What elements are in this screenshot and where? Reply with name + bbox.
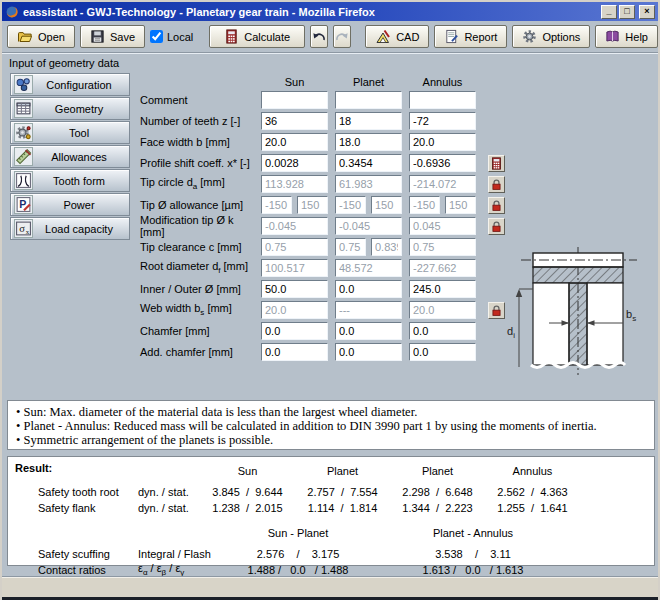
results-gear-headers: Sun Planet Planet Annulus xyxy=(8,463,654,479)
save-button[interactable]: Save xyxy=(80,25,145,48)
chamfer-annulus-input[interactable] xyxy=(409,322,476,340)
teeth-annulus-input[interactable] xyxy=(409,112,476,130)
row-tip-circle: Tip circle da [mm] xyxy=(140,175,505,193)
tip-clearance-planet-1-field xyxy=(335,238,366,256)
teeth-planet-input[interactable] xyxy=(335,112,402,130)
modification-lock-button[interactable] xyxy=(488,218,505,235)
face-width-sun-input[interactable] xyxy=(261,133,328,151)
row-profile-shift: Profile shift coeff. x* [-] xyxy=(140,154,505,172)
sidebar-item-tool[interactable]: Tool xyxy=(10,121,130,144)
calculate-button[interactable]: Calculate xyxy=(209,25,305,48)
sidebar-item-configuration[interactable]: Configuration xyxy=(10,73,130,96)
tip-circle-sun-field xyxy=(261,175,328,193)
inner-outer-planet-input[interactable] xyxy=(335,280,402,298)
modification-annulus-field xyxy=(409,217,476,235)
add-chamfer-annulus-input[interactable] xyxy=(409,343,476,361)
comment-sun-input[interactable] xyxy=(261,91,328,109)
comment-planet-input[interactable] xyxy=(335,91,402,109)
tip-allowance-lock-button[interactable] xyxy=(488,197,505,214)
row-comment: Comment xyxy=(140,91,505,109)
modification-planet-field xyxy=(335,217,402,235)
results-row-tooth-root: Safety tooth root dyn. / stat. 3.845 / 9… xyxy=(8,484,654,500)
maximize-button[interactable]: □ xyxy=(619,5,635,19)
sidebar-item-tooth-form[interactable]: Tooth form xyxy=(10,169,130,192)
cad-button[interactable]: CAD xyxy=(365,25,429,48)
add-chamfer-sun-input[interactable] xyxy=(261,343,328,361)
close-button[interactable]: × xyxy=(639,5,655,19)
tip-clearance-planet-2-field xyxy=(371,238,402,256)
profile-shift-annulus-input[interactable] xyxy=(409,154,476,172)
column-header-sun: Sun xyxy=(261,76,328,89)
sidebar-item-label: Allowances xyxy=(33,151,125,163)
cad-icon xyxy=(375,29,391,45)
floppy-icon xyxy=(90,29,105,44)
message-item: Planet - Annulus: Reduced mass will be c… xyxy=(16,419,646,433)
root-diameter-planet-field xyxy=(335,259,402,277)
row-add-chamfer: Add. chamfer [mm] xyxy=(140,343,505,361)
help-button[interactable]: Help xyxy=(595,25,658,48)
report-icon xyxy=(444,29,459,44)
results-panel: Result: Sun Planet Planet Annulus Safety… xyxy=(7,456,655,566)
report-button[interactable]: Report xyxy=(434,25,507,48)
sidebar-item-allowances[interactable]: Allowances xyxy=(10,145,130,168)
sidebar-item-load-capacity[interactable]: σ x Load capacity xyxy=(10,217,130,240)
profile-shift-planet-input[interactable] xyxy=(335,154,402,172)
open-button[interactable]: Open xyxy=(7,25,75,48)
sidebar-item-label: Geometry xyxy=(33,103,125,115)
modification-sun-field xyxy=(261,217,328,235)
messages-panel: Sun: Max. diameter of the material data … xyxy=(7,400,655,450)
tip-circle-lock-button[interactable] xyxy=(488,176,505,193)
inner-outer-annulus-input[interactable] xyxy=(409,280,476,298)
row-tip-allowance: Tip Ø allowance [µm] xyxy=(140,196,505,214)
face-width-annulus-input[interactable] xyxy=(409,133,476,151)
profile-shift-sun-input[interactable] xyxy=(261,154,328,172)
undo-icon xyxy=(311,30,327,44)
chamfer-sun-input[interactable] xyxy=(261,322,328,340)
web-width-lock-button[interactable] xyxy=(488,302,505,319)
chamfer-planet-input[interactable] xyxy=(335,322,402,340)
row-number-of-teeth: Number of teeth z [-] xyxy=(140,112,505,130)
profile-shift-calculator-button[interactable] xyxy=(488,155,505,172)
column-header-annulus: Annulus xyxy=(409,76,476,89)
web-width-sun-field xyxy=(261,301,328,319)
row-tip-clearance: Tip clearance c [mm] xyxy=(140,238,505,256)
minimize-button[interactable]: _ xyxy=(601,5,617,19)
root-diameter-sun-field xyxy=(261,259,328,277)
undo-button[interactable] xyxy=(310,25,328,48)
teeth-sun-input[interactable] xyxy=(261,112,328,130)
sidebar-item-power[interactable]: P Power xyxy=(10,193,130,216)
message-item: Sun: Max. diameter of the material data … xyxy=(16,405,646,419)
grid-icon xyxy=(14,99,33,118)
row-face-width: Face width b [mm] xyxy=(140,133,505,151)
sidebar-item-geometry[interactable]: Geometry xyxy=(10,97,130,120)
tip-clearance-annulus-field xyxy=(409,238,476,256)
redo-icon xyxy=(334,30,350,44)
redo-button[interactable] xyxy=(333,25,351,48)
root-diameter-annulus-field xyxy=(409,259,476,277)
geometry-form: Sun Planet Annulus Comment Number of tee… xyxy=(140,76,505,364)
face-width-planet-input[interactable] xyxy=(335,133,402,151)
tip-allowance-annulus-max-field xyxy=(445,196,476,214)
results-row-contact-ratios: Contact ratios εα / εβ / εγ 1.488 / 0.0 … xyxy=(8,562,654,578)
inner-outer-sun-input[interactable] xyxy=(261,280,328,298)
add-chamfer-planet-input[interactable] xyxy=(335,343,402,361)
calculator-icon xyxy=(224,29,239,44)
comment-annulus-input[interactable] xyxy=(409,91,476,109)
results-row-flank: Safety flank dyn. / stat. 1.238 / 2.015 … xyxy=(8,500,654,516)
lock-icon xyxy=(490,178,503,191)
gears-icon xyxy=(14,75,33,94)
sidebar: Configuration Geometry Tool xyxy=(10,73,130,241)
options-button[interactable]: Options xyxy=(512,25,590,48)
lock-icon xyxy=(490,220,503,233)
message-item: Symmetric arrangement of the planets is … xyxy=(16,433,646,447)
svg-text:σ: σ xyxy=(19,223,25,234)
tip-allowance-annulus-min-field xyxy=(409,196,440,214)
gear-cross-section-diagram: di bs xyxy=(505,245,650,377)
page-title: Input of geometry data xyxy=(9,57,119,69)
tip-allowance-sun-min-field xyxy=(261,196,292,214)
tip-allowance-sun-max-field xyxy=(297,196,328,214)
tip-circle-annulus-field xyxy=(409,175,476,193)
local-checkbox[interactable] xyxy=(150,30,163,43)
calculator-icon xyxy=(490,157,503,170)
results-pair-headers: Sun - Planet Planet - Annulus xyxy=(8,525,654,541)
